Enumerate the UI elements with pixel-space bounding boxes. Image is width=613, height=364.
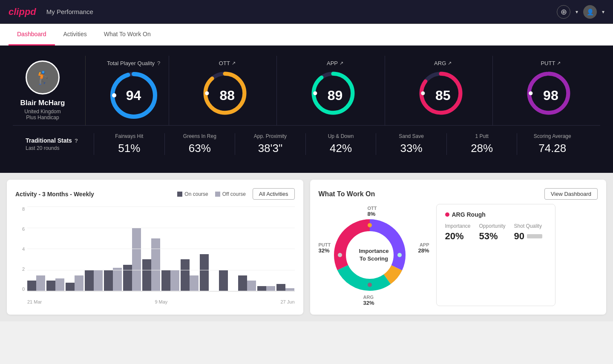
- putt-circle: 98: [525, 70, 576, 121]
- red-dot-icon: [445, 212, 449, 217]
- putt-value: 98: [543, 88, 558, 103]
- traditional-stats: Traditional Stats ? Last 20 rounds Fairw…: [13, 125, 600, 163]
- y-label-8: 8: [15, 206, 25, 212]
- svg-point-22: [368, 283, 372, 287]
- hero-inner: 🏌️ Blair McHarg United Kingdom Plus Hand…: [13, 56, 600, 125]
- add-button[interactable]: ⊕: [557, 5, 570, 19]
- bar-off-14: [285, 288, 294, 291]
- donut-chart: ImportanceTo Scoring OTT 8% APP 28% ARG …: [319, 204, 429, 306]
- stat-scoring-avg: Scoring Average 74.28: [517, 133, 587, 155]
- bar-group-2: [46, 206, 64, 291]
- tab-dashboard[interactable]: Dashboard: [9, 24, 55, 46]
- stat-sand-save-value: 33%: [400, 142, 423, 155]
- putt-label-donut: PUTT 32%: [319, 242, 331, 254]
- bar-group-4: [85, 206, 103, 291]
- player-info: 🏌️ Blair McHarg United Kingdom Plus Hand…: [13, 60, 72, 120]
- bar-on-2: [46, 281, 55, 291]
- app-label-donut: APP 28%: [418, 242, 429, 254]
- ott-block: OTT ↗ 88: [178, 56, 277, 125]
- x-label-3: 27 Jun: [280, 299, 294, 304]
- metric-shot-quality-label: Shot Quality: [514, 223, 542, 229]
- avatar-image: 👤: [587, 9, 594, 15]
- arg-label: ARG ↗: [434, 60, 452, 66]
- bar-group-1: [27, 206, 45, 291]
- view-dashboard-button[interactable]: View Dashboard: [544, 188, 598, 200]
- metric-opportunity: Opportunity 53%: [479, 223, 506, 242]
- tab-activities[interactable]: Activities: [55, 24, 95, 46]
- ott-label: OTT ↗: [219, 60, 236, 66]
- tab-what-to-work-on[interactable]: What To Work On: [95, 24, 159, 46]
- bar-on-5: [104, 270, 113, 291]
- avatar[interactable]: 👤: [583, 5, 597, 19]
- bar-on-1: [27, 281, 36, 291]
- header: clippd My Performance ⊕ ▾ 👤 ▾: [0, 0, 613, 24]
- bar-group-5: [104, 206, 122, 291]
- metric-opportunity-value: 53%: [479, 231, 506, 242]
- putt-label: PUTT ↗: [541, 60, 561, 66]
- add-dropdown[interactable]: ▾: [576, 9, 578, 15]
- bar-group-9: [181, 206, 199, 291]
- metric-importance: Importance 20%: [445, 223, 471, 242]
- bar-off-5: [113, 268, 122, 291]
- bar-on-9: [181, 259, 190, 291]
- putt-arrow-icon: ↗: [557, 60, 561, 66]
- bar-group-14: [276, 206, 294, 291]
- ott-value: 88: [220, 88, 235, 103]
- help-icon[interactable]: ?: [157, 60, 160, 66]
- avatar-dropdown[interactable]: ▾: [602, 9, 604, 15]
- logo: clippd: [9, 6, 36, 17]
- bar-group-7: [142, 206, 160, 291]
- total-quality-circle: 94: [108, 70, 159, 121]
- stat-1-putt: 1 Putt 28%: [446, 133, 517, 155]
- app-value: 89: [328, 88, 343, 103]
- info-card: ARG Rough Importance 20% Opportunity 53%…: [436, 204, 555, 306]
- bar-group-13: [257, 206, 275, 291]
- stat-scoring-avg-value: 74.28: [538, 142, 566, 155]
- bar-group-10: [200, 206, 218, 291]
- plus-circle-icon: ⊕: [561, 7, 567, 17]
- x-label-1: 21 Mar: [27, 299, 42, 304]
- arg-block: ARG ↗ 85: [394, 56, 493, 125]
- stat-app-proximity-value: 38'3": [258, 142, 283, 155]
- chart-area: 0 2 4 6 8: [15, 206, 295, 304]
- header-actions: ⊕ ▾ 👤 ▾: [557, 5, 604, 19]
- legend: On course Off course All Activities: [177, 188, 294, 200]
- bar-off-2: [55, 278, 64, 291]
- hero-section: 🏌️ Blair McHarg United Kingdom Plus Hand…: [0, 46, 613, 173]
- stat-scoring-avg-label: Scoring Average: [534, 133, 571, 139]
- trad-help-icon[interactable]: ?: [75, 138, 78, 144]
- app-block: APP ↗ 89: [285, 56, 385, 125]
- all-activities-button[interactable]: All Activities: [253, 188, 295, 200]
- stat-sand-save: Sand Save 33%: [376, 133, 446, 155]
- stat-greens-value: 63%: [189, 142, 211, 155]
- bar-group-6: [123, 206, 141, 291]
- bar-group-12: [238, 206, 256, 291]
- legend-off-course: Off course: [215, 191, 246, 197]
- bar-group-11: [219, 206, 237, 291]
- activity-header: Activity - 3 Months - Weekly On course O…: [15, 188, 295, 200]
- avatar: 🏌️: [26, 60, 60, 95]
- bar-off-1: [36, 275, 45, 291]
- legend-on-course: On course: [177, 191, 208, 197]
- stat-greens: Greens In Reg 63%: [164, 133, 235, 155]
- app-arrow-icon: ↗: [340, 60, 343, 66]
- bars-container: [27, 206, 295, 292]
- bar-off-3: [75, 275, 83, 291]
- activity-card: Activity - 3 Months - Weekly On course O…: [7, 180, 303, 315]
- stat-fairways-value: 51%: [118, 142, 140, 155]
- metric-importance-value: 20%: [445, 231, 471, 242]
- work-on-title: What To Work On: [319, 190, 375, 198]
- player-handicap: Plus Handicap: [26, 115, 59, 120]
- donut-center-text: ImportanceTo Scoring: [357, 247, 391, 263]
- bar-on-4: [85, 270, 94, 291]
- on-course-dot: [177, 192, 182, 197]
- metric-shot-quality-row: 90: [514, 231, 542, 242]
- bar-on-8: [161, 270, 170, 291]
- bar-on-14: [276, 284, 285, 291]
- bar-on-7: [142, 259, 151, 291]
- stat-greens-label: Greens In Reg: [183, 133, 216, 139]
- bar-group-8: [161, 206, 179, 291]
- info-metrics: Importance 20% Opportunity 53% Shot Qual…: [445, 223, 547, 242]
- trad-sublabel: Last 20 rounds: [26, 145, 94, 151]
- total-quality-value: 94: [126, 88, 141, 103]
